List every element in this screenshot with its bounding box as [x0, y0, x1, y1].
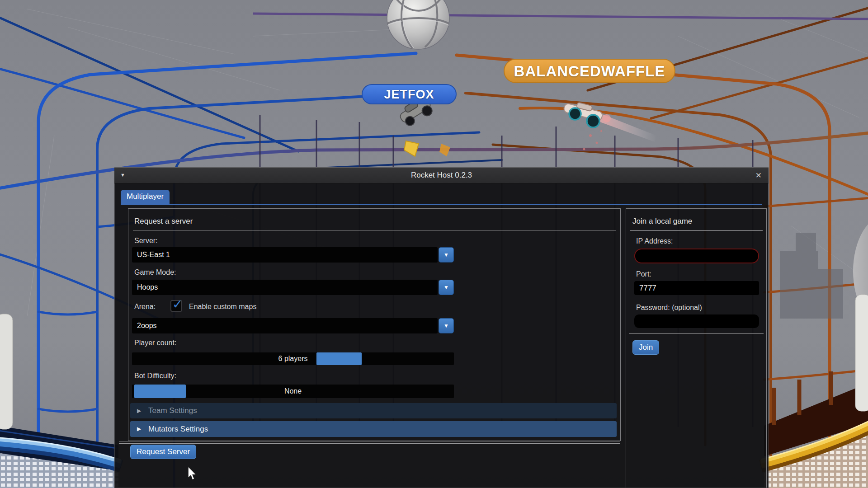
mouse-cursor [187, 466, 199, 482]
arena-rim-left [0, 426, 121, 488]
player-count-slider-handle[interactable] [316, 352, 362, 365]
server-dropdown-value[interactable]: US-East 1 [132, 247, 438, 263]
player-count-value: 6 players [278, 355, 308, 362]
window-title: Rocket Host 0.2.3 [114, 171, 769, 180]
flame-particle [439, 144, 450, 156]
join-local-group: Join a local game IP Address: Port: Pass… [626, 208, 767, 488]
port-label: Port: [636, 270, 651, 278]
top-purple-beam [253, 14, 868, 19]
game-mode-dropdown[interactable]: Hoops ▼ [132, 280, 454, 295]
tab-underline [121, 204, 762, 205]
bot-difficulty-value: None [284, 387, 302, 395]
game-screen: JETFOX BALANCEDWAFFLE ▼ Rocket Host 0.2.… [0, 0, 868, 488]
game-mode-label: Game Mode: [134, 268, 176, 277]
arena-rim-right [761, 364, 868, 488]
custom-maps-checkbox[interactable]: ✓ [170, 300, 182, 312]
checkmark-icon: ✓ [172, 297, 183, 312]
team-settings-label: Team Settings [148, 403, 197, 418]
password-input[interactable] [634, 314, 759, 328]
heading-divider [133, 230, 616, 230]
player-count-slider[interactable]: 6 players [132, 352, 454, 365]
mutators-settings-section[interactable]: ▶ Mutators Settings [130, 421, 617, 437]
join-divider [629, 333, 764, 336]
expand-arrow-icon: ▶ [137, 403, 141, 418]
arena-label: Arena: [134, 303, 156, 311]
goal-pillar-right [855, 295, 868, 411]
skyline-silhouette [780, 233, 843, 319]
port-input[interactable] [634, 281, 759, 295]
custom-maps-label: Enable custom maps [189, 303, 256, 311]
expand-arrow-icon: ▶ [137, 421, 141, 437]
basketball [387, 0, 449, 49]
window-titlebar[interactable]: ▼ Rocket Host 0.2.3 ✕ [114, 167, 769, 183]
arena-dropdown-value[interactable]: 2oops [132, 318, 438, 333]
server-label: Server: [134, 237, 158, 245]
game-mode-dropdown-value[interactable]: Hoops [132, 280, 438, 295]
arena-dropdown[interactable]: 2oops ▼ [132, 318, 454, 333]
window-body: Multiplayer Request a server Server: US-… [114, 183, 769, 488]
request-server-group: Request a server Server: US-East 1 ▼ Gam… [128, 208, 621, 441]
heading-divider [630, 230, 763, 231]
arena-dropdown-arrow-icon[interactable]: ▼ [439, 318, 454, 333]
nameplate-jetfox: JETFOX [362, 84, 457, 104]
nameplate-balancedwaffle: BALANCEDWAFFLE [504, 59, 675, 83]
request-server-button[interactable]: Request Server [130, 445, 196, 459]
close-icon[interactable]: ✕ [755, 171, 762, 180]
join-local-heading: Join a local game [632, 217, 692, 226]
ip-address-input[interactable] [634, 249, 759, 263]
request-server-heading: Request a server [134, 217, 193, 226]
bot-difficulty-slider-handle[interactable] [134, 385, 186, 398]
mutators-settings-label: Mutators Settings [148, 421, 208, 437]
server-dropdown-arrow-icon[interactable]: ▼ [439, 247, 454, 263]
server-dropdown[interactable]: US-East 1 ▼ [132, 247, 454, 263]
content-divider [119, 441, 620, 444]
rocket-host-window: ▼ Rocket Host 0.2.3 ✕ Multiplayer Reques… [114, 167, 769, 488]
bot-difficulty-slider[interactable]: None [132, 385, 454, 398]
goal-pillar-left [0, 314, 13, 429]
team-settings-section[interactable]: ▶ Team Settings [130, 403, 617, 418]
player-count-label: Player count: [134, 339, 176, 347]
game-mode-dropdown-arrow-icon[interactable]: ▼ [439, 280, 454, 295]
join-button[interactable]: Join [632, 340, 659, 355]
boost-flame-yellow [404, 141, 419, 156]
bot-difficulty-label: Bot Difficulty: [134, 372, 176, 380]
password-label: Password: (optional) [636, 304, 702, 312]
tab-multiplayer[interactable]: Multiplayer [121, 190, 170, 204]
ip-address-label: IP Address: [636, 237, 673, 245]
